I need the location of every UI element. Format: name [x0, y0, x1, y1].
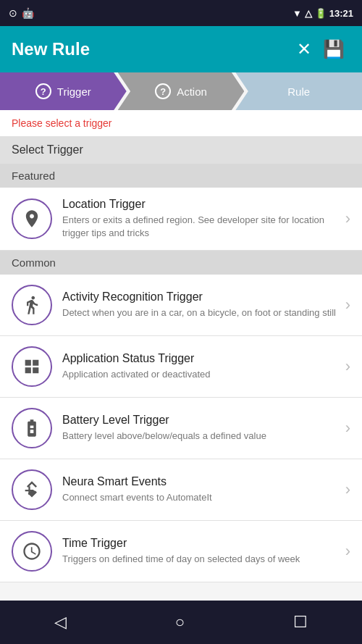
appstatus-trigger-title: Application Status Trigger	[62, 352, 340, 365]
appstatus-chevron-icon: ›	[345, 357, 350, 376]
neura-icon-wrap	[12, 469, 52, 510]
neura-trigger-title: Neura Smart Events	[62, 475, 340, 488]
scroll-area[interactable]: Select Trigger Featured Location Trigger…	[0, 136, 362, 601]
page-title: New Rule	[12, 39, 291, 59]
trigger-item-neura[interactable]: Neura Smart Events Connect smart events …	[0, 459, 362, 521]
trigger-item-time[interactable]: Time Trigger Triggers on defined time of…	[0, 521, 362, 582]
time-display: 13:21	[329, 8, 353, 19]
app-header: New Rule ✕ 💾	[0, 26, 362, 72]
signal-icon: △	[305, 8, 312, 19]
action-question-icon: ?	[155, 83, 171, 99]
location-trigger-text: Location Trigger Enters or exits a defin…	[62, 198, 340, 240]
trigger-tab-label: Trigger	[57, 85, 91, 98]
battery-trigger-title: Battery Level Trigger	[62, 414, 340, 427]
appstatus-icon	[22, 356, 42, 377]
time-trigger-text: Time Trigger Triggers on defined time of…	[62, 537, 340, 566]
neura-chevron-icon: ›	[345, 480, 350, 499]
error-message: Please select a trigger	[0, 110, 362, 136]
battery-trigger-desc: Battery level above/below/equals a defin…	[62, 430, 340, 443]
location-trigger-desc: Enters or exits a defined region. See de…	[62, 214, 340, 240]
appstatus-icon-wrap	[12, 346, 52, 387]
android-icon: 🤖	[22, 7, 34, 19]
status-bar-right: ▼ △ 🔋 13:21	[292, 8, 353, 19]
recent-button[interactable]: ☐	[282, 607, 319, 637]
battery-icon-wrap	[12, 408, 52, 448]
trigger-item-location[interactable]: Location Trigger Enters or exits a defin…	[0, 188, 362, 251]
time-icon	[22, 541, 42, 561]
save-button[interactable]: 💾	[317, 33, 350, 65]
time-icon-wrap	[12, 531, 52, 572]
activity-chevron-icon: ›	[345, 296, 350, 314]
rule-tab-label: Rule	[287, 85, 310, 98]
home-button[interactable]: ○	[164, 607, 196, 637]
action-tab-label: Action	[177, 85, 207, 98]
location-chevron-icon: ›	[345, 209, 350, 228]
bottom-nav: ◁ ○ ☐	[0, 601, 362, 644]
location-icon-wrap	[12, 198, 52, 239]
location-trigger-title: Location Trigger	[62, 198, 340, 211]
category-common: Common	[0, 251, 362, 275]
time-chevron-icon: ›	[345, 542, 350, 561]
location-icon	[22, 209, 42, 229]
tab-trigger[interactable]: ? Trigger	[0, 72, 127, 110]
status-bar-left: ⊙ 🤖	[9, 7, 34, 19]
tab-action[interactable]: ? Action	[118, 72, 245, 110]
battery-level-icon	[22, 418, 42, 438]
activity-trigger-title: Activity Recognition Trigger	[62, 290, 340, 304]
battery-trigger-text: Battery Level Trigger Battery level abov…	[62, 414, 340, 443]
back-button[interactable]: ◁	[43, 607, 78, 637]
category-featured: Featured	[0, 164, 362, 188]
close-button[interactable]: ✕	[291, 33, 317, 65]
neura-trigger-text: Neura Smart Events Connect smart events …	[62, 475, 340, 504]
status-bar: ⊙ 🤖 ▼ △ 🔋 13:21	[0, 0, 362, 26]
tab-rule[interactable]: Rule	[235, 72, 362, 110]
trigger-item-activity[interactable]: Activity Recognition Trigger Detect when…	[0, 275, 362, 336]
appstatus-trigger-desc: Application activated or deactivated	[62, 368, 340, 381]
trigger-item-battery[interactable]: Battery Level Trigger Battery level abov…	[0, 398, 362, 459]
wifi-icon: ▼	[292, 8, 302, 19]
battery-icon: 🔋	[315, 8, 327, 19]
neura-trigger-desc: Connect smart events to AutomateIt	[62, 491, 340, 504]
circle-icon: ⊙	[9, 7, 17, 19]
activity-trigger-text: Activity Recognition Trigger Detect when…	[62, 290, 340, 319]
activity-icon	[22, 295, 42, 315]
select-trigger-header: Select Trigger	[0, 136, 362, 164]
time-trigger-title: Time Trigger	[62, 537, 340, 550]
activity-trigger-desc: Detect when you are in a car, on a bicyc…	[62, 306, 340, 319]
appstatus-trigger-text: Application Status Trigger Application a…	[62, 352, 340, 381]
tab-bar: ? Trigger ? Action Rule	[0, 72, 362, 110]
neura-icon	[22, 480, 42, 500]
trigger-question-icon: ?	[35, 83, 51, 99]
trigger-item-appstatus[interactable]: Application Status Trigger Application a…	[0, 336, 362, 398]
activity-icon-wrap	[12, 285, 52, 325]
battery-chevron-icon: ›	[345, 419, 350, 438]
time-trigger-desc: Triggers on defined time of day on selec…	[62, 553, 340, 566]
